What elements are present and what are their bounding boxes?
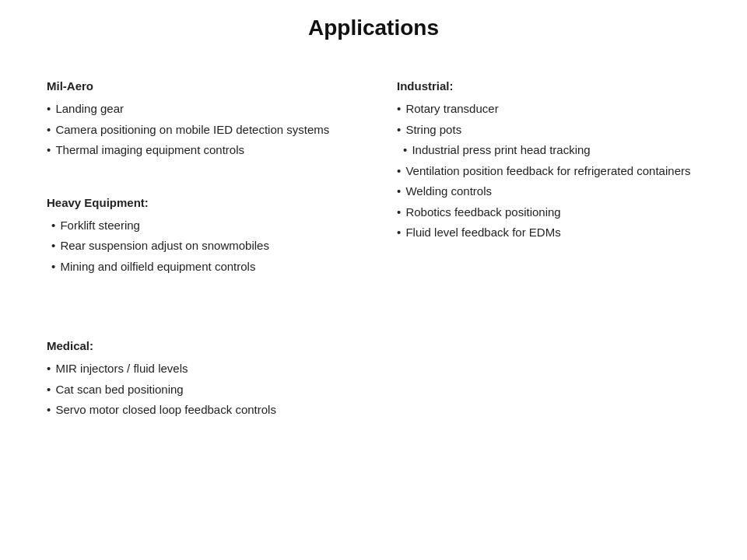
list-item: Rear suspension adjust on snowmobiles: [47, 236, 350, 257]
list-item: MIR injectors / fluid levels: [47, 359, 350, 380]
mil-aero-list: Landing gear Camera positioning on mobil…: [47, 99, 350, 161]
medical-title: Medical:: [47, 339, 350, 352]
mil-aero-title: Mil-Aero: [47, 79, 350, 93]
list-item: Rotary transducer: [397, 99, 700, 120]
list-item: Camera positioning on mobile IED detecti…: [47, 120, 350, 141]
list-item: Welding controls: [397, 181, 700, 202]
section-mil-aero: Mil-Aero Landing gear Camera positioning…: [31, 72, 366, 169]
list-item: Mining and oilfield equipment controls: [47, 257, 350, 278]
section-industrial: Industrial: Rotary transducer String pot…: [381, 72, 716, 544]
industrial-title: Industrial:: [397, 79, 700, 93]
list-item: Landing gear: [47, 99, 350, 120]
content-grid: Mil-Aero Landing gear Camera positioning…: [31, 72, 716, 544]
heavy-equipment-list: Forklift steering Rear suspension adjust…: [47, 215, 350, 278]
list-item: Robotics feedback positioning: [397, 202, 700, 223]
page-title: Applications: [31, 16, 716, 40]
list-item: Ventilation position feedback for refrig…: [397, 161, 700, 182]
industrial-list: Rotary transducer String pots Industrial…: [397, 99, 700, 243]
list-item: Industrial press print head tracking: [397, 140, 700, 161]
list-item: Cat scan bed positioning: [47, 380, 350, 401]
list-item: Thermal imaging equipment controls: [47, 140, 350, 161]
list-item: Fluid level feedback for EDMs: [397, 222, 700, 243]
list-item: Servo motor closed loop feedback control…: [47, 400, 350, 421]
page-container: Applications Mil-Aero Landing gear Camer…: [0, 0, 747, 560]
list-item: String pots: [397, 120, 700, 141]
medical-list: MIR injectors / fluid levels Cat scan be…: [47, 359, 350, 421]
section-heavy-equipment: Heavy Equipment: Forklift steering Rear …: [31, 188, 366, 309]
section-medical: Medical: MIR injectors / fluid levels Ca…: [31, 331, 366, 544]
heavy-equipment-title: Heavy Equipment:: [47, 196, 350, 209]
list-item: Forklift steering: [47, 215, 350, 236]
